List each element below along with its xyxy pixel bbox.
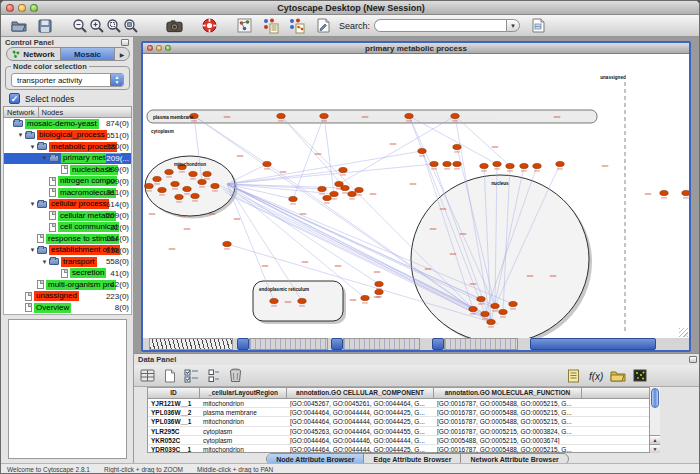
network-tab-icon xyxy=(12,50,20,58)
tab-mosaic[interactable]: Mosaic xyxy=(61,48,115,60)
expand-arrow-icon[interactable]: ▼ xyxy=(28,201,37,207)
tree-row[interactable]: Overview8(0) xyxy=(4,302,131,314)
zoom-selected-region-icon[interactable] xyxy=(105,17,122,34)
table-cell: YDR039C__1 xyxy=(148,445,200,453)
select-nodes-checkbox[interactable]: ✓ xyxy=(9,93,20,104)
zoom-in-icon[interactable] xyxy=(88,17,105,34)
network-view-frame[interactable]: primary metabolic process plasma membran… xyxy=(141,41,691,352)
tree-row-node-count: 8(0) xyxy=(115,303,129,312)
matrix-view-icon[interactable] xyxy=(631,367,648,384)
save-session-icon[interactable] xyxy=(36,17,53,34)
minimized-window-cap[interactable] xyxy=(331,338,343,350)
tree-row[interactable]: ▼metabolic process280(0) xyxy=(4,141,131,153)
tree-row[interactable]: cellular metabo209(0) xyxy=(4,210,131,222)
network-view-titlebar[interactable]: primary metabolic process xyxy=(143,43,689,54)
minimized-network-window[interactable] xyxy=(343,338,420,350)
table-cell: [GO:0044464, GO:0044444, GO:0044425, G..… xyxy=(287,408,434,416)
minimized-window-bar[interactable] xyxy=(530,338,656,350)
float-panel-icon[interactable] xyxy=(689,356,697,363)
column-header[interactable]: ID xyxy=(148,388,200,399)
table-row[interactable]: YLR295Ccytoplasm[GO:0045263, GO:0044464,… xyxy=(148,427,659,436)
help-icon[interactable] xyxy=(201,17,218,34)
tab-network[interactable]: Network xyxy=(7,48,61,60)
apply-spring-layout-icon[interactable] xyxy=(288,17,305,34)
table-row[interactable]: YPL036W__1mitochondrion[GO:0044464, GO:0… xyxy=(148,417,659,426)
expand-arrow-icon[interactable]: ▼ xyxy=(16,132,25,138)
resize-grip[interactable] xyxy=(679,328,688,337)
network-graph: plasma membranecytoplasmmitochondrionnuc… xyxy=(143,54,689,338)
attribute-search-icon[interactable] xyxy=(529,17,546,34)
tree-row-label: unassigned xyxy=(34,291,79,301)
tree-row[interactable]: response to stimulu264(0) xyxy=(4,233,131,245)
table-scrollbar[interactable]: ▲ ▼ xyxy=(649,387,660,453)
search-input[interactable] xyxy=(374,19,506,32)
tree-row[interactable]: mosaic-demo-yeast874(0) xyxy=(4,118,131,130)
delete-attribute-icon[interactable] xyxy=(227,367,244,384)
tree-row[interactable]: ▼primary metabo209(... xyxy=(4,153,131,165)
snapshot-icon[interactable] xyxy=(166,17,183,34)
minimized-network-window[interactable] xyxy=(249,338,328,350)
expand-arrow-icon[interactable]: ▼ xyxy=(40,259,49,265)
table-row[interactable]: YJR121W__1mitochondrion[GO:0045267, GO:0… xyxy=(148,399,659,408)
expand-arrow-icon[interactable]: ▼ xyxy=(40,155,49,161)
apply-layout-icon[interactable] xyxy=(262,17,279,34)
expand-arrow-icon[interactable]: ▼ xyxy=(28,247,37,253)
expand-arrow-icon[interactable]: ▼ xyxy=(28,144,37,150)
attribute-table[interactable]: ID_cellularLayoutRegionannotation.GO CEL… xyxy=(147,387,660,453)
tree-row[interactable]: secretion41(0) xyxy=(4,268,131,280)
vizmapper-icon[interactable] xyxy=(314,17,331,34)
attribute-checklist-icon[interactable] xyxy=(183,367,200,384)
minimized-window-cap[interactable] xyxy=(237,338,249,350)
tree-row[interactable]: ▼establishment of lo558(0) xyxy=(4,245,131,257)
tree-row[interactable]: macromolecule311(0) xyxy=(4,187,131,199)
tree-row[interactable]: ▼transport558(0) xyxy=(4,256,131,268)
column-header[interactable]: annotation.GO CELLULAR_COMPONENT xyxy=(287,388,434,399)
select-attributes-icon[interactable] xyxy=(139,367,156,384)
main-toolbar: Search: ▼ xyxy=(1,15,700,37)
tree-row[interactable]: cell communicat22(0) xyxy=(4,222,131,234)
tabs-overflow-button[interactable]: ▶ xyxy=(115,48,129,60)
tree-row[interactable]: nitrogen compo209(0) xyxy=(4,176,131,188)
table-cell: cytoplasm xyxy=(200,436,287,444)
tree-row-node-count: 558(0) xyxy=(106,246,129,255)
notes-icon[interactable] xyxy=(565,367,582,384)
tree-row[interactable]: ▼biological_process651(0) xyxy=(4,130,131,142)
table-row[interactable]: YPL036W__2plasma membrane[GO:0044464, GO… xyxy=(148,408,659,417)
tree-row[interactable]: nucleobase-209(0) xyxy=(4,164,131,176)
scroll-down-button[interactable]: ▼ xyxy=(650,444,660,453)
tree-column-network[interactable]: Network xyxy=(4,107,39,117)
column-header[interactable]: _cellularLayoutRegion xyxy=(200,388,287,399)
birdseye-view-panel[interactable] xyxy=(8,319,127,459)
column-header[interactable]: annotation.GO MOLECULAR_FUNCTION xyxy=(434,388,582,399)
scroll-up-button[interactable]: ▲ xyxy=(650,435,660,444)
table-row[interactable]: YKR052Ccytoplasm[GO:0044464, GO:0044446,… xyxy=(148,436,659,445)
zoom-fit-icon[interactable] xyxy=(122,17,139,34)
tree-row[interactable]: ▼cellular process614(0) xyxy=(4,199,131,211)
unselect-attributes-icon[interactable] xyxy=(205,367,222,384)
network-canvas[interactable]: plasma membranecytoplasmmitochondrionnuc… xyxy=(143,54,689,338)
window-titlebar[interactable]: Cytoscape Desktop (New Session) xyxy=(1,1,700,15)
tree-row[interactable]: multi-organism pro42(0) xyxy=(4,279,131,291)
minimized-windows-row xyxy=(143,338,689,350)
tree-row[interactable]: unassigned223(0) xyxy=(4,291,131,303)
float-panel-icon[interactable] xyxy=(121,39,129,46)
minimized-window-cap[interactable] xyxy=(432,338,444,350)
minimized-network-window[interactable] xyxy=(149,338,233,350)
new-attribute-icon[interactable] xyxy=(161,367,178,384)
folder-icon xyxy=(25,132,35,139)
cytoscape-window: Cytoscape Desktop (New Session) xyxy=(0,0,700,474)
file-icon xyxy=(49,223,56,232)
node-color-dropdown[interactable]: transporter activity ▲▼ xyxy=(11,73,124,87)
zoom-out-icon[interactable] xyxy=(71,17,88,34)
tree-column-nodes[interactable]: Nodes xyxy=(39,107,131,117)
formula-icon[interactable]: f(x) xyxy=(587,367,604,384)
table-cell: mitochondrion xyxy=(200,399,287,407)
search-dropdown-arrow[interactable]: ▼ xyxy=(506,19,520,32)
scrollbar-thumb[interactable] xyxy=(651,388,659,408)
svg-text:cytoplasm: cytoplasm xyxy=(151,129,174,134)
overview-window-icon[interactable] xyxy=(236,17,253,34)
control-panel-tabs: Network Mosaic ▶ xyxy=(6,47,130,61)
import-attributes-icon[interactable] xyxy=(609,367,626,384)
open-session-icon[interactable] xyxy=(10,17,27,34)
minimized-network-window[interactable] xyxy=(444,338,518,350)
